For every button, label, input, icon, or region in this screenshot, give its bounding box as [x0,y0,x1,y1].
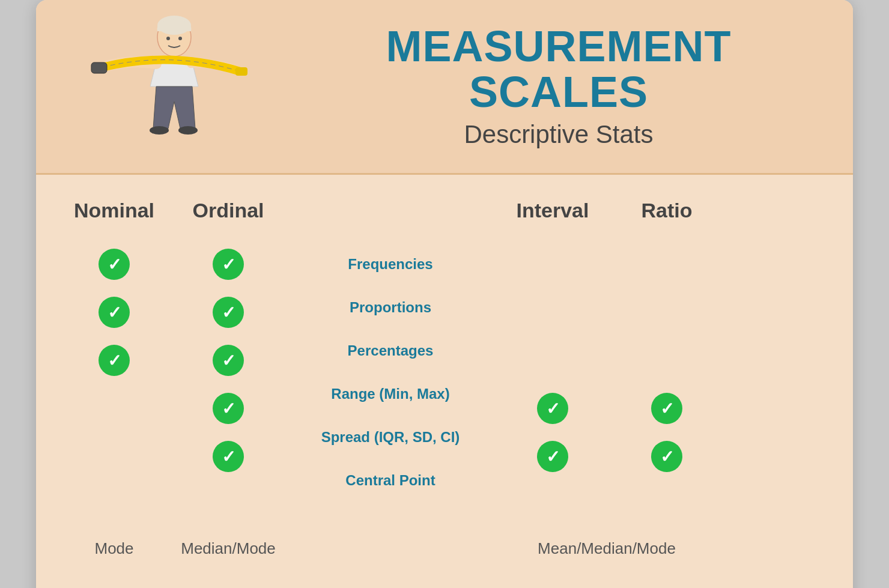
main-content: Nominal Ordinal Center Interval Ratio ✓ … [36,175,853,576]
footer-branding: χ² ChiSquared Innovations [36,576,853,588]
main-card: MEASUREMENT SCALES Descriptive Stats Nom… [36,0,853,588]
check-interval-2: ✓ [537,441,568,472]
check-ratio-1: ✓ [651,393,682,424]
illustration-figure [72,14,276,159]
label-proportions: Proportions [350,286,431,329]
check-ordinal-5: ✓ [213,441,244,472]
col-header-interval: Interval [517,199,589,237]
svg-rect-2 [91,62,107,73]
footer-nominal: Mode [94,529,133,558]
nominal-checks: ✓ ✓ ✓ [99,243,130,526]
check-ordinal-4: ✓ [213,393,244,424]
label-range: Range (Min, Max) [331,372,449,416]
label-frequencies: Frequencies [348,243,432,286]
svg-point-3 [150,126,169,135]
check-nominal-2: ✓ [99,297,130,328]
header-section: MEASUREMENT SCALES Descriptive Stats [36,0,853,175]
ordinal-checks: ✓ ✓ ✓ ✓ ✓ [213,243,244,526]
check-interval-1: ✓ [537,393,568,424]
svg-point-6 [178,37,182,40]
svg-point-5 [166,37,170,40]
svg-point-4 [178,126,198,135]
check-ordinal-3: ✓ [213,345,244,376]
check-nominal-3: ✓ [99,345,130,376]
footer-ordinal: Median/Mode [181,529,276,558]
ratio-checks: ✓ ✓ [651,243,682,526]
check-ordinal-1: ✓ [213,249,244,280]
label-central-point: Central Point [345,459,435,502]
header-title-block: MEASUREMENT SCALES Descriptive Stats [276,24,817,148]
subtitle: Descriptive Stats [300,120,817,149]
check-ordinal-2: ✓ [213,297,244,328]
check-ratio-2: ✓ [651,441,682,472]
label-spread: Spread (IQR, SD, CI) [321,416,460,459]
center-labels-column: Frequencies Proportions Percentages Rang… [321,243,460,502]
col-header-ordinal: Ordinal [192,199,264,237]
col-header-nominal: Nominal [74,199,154,237]
main-title: MEASUREMENT SCALES [300,24,817,115]
person-illustration [90,14,258,159]
footer-interval-ratio: Mean/Median/Mode [538,529,676,558]
check-nominal-1: ✓ [99,249,130,280]
label-percentages: Percentages [348,329,434,372]
interval-checks: ✓ ✓ [537,243,568,526]
col-header-ratio: Ratio [642,199,693,237]
svg-rect-7 [235,67,247,76]
